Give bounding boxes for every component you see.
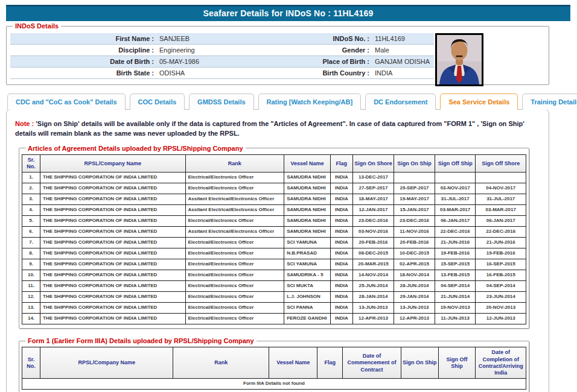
cell: 15-SEP-2015	[435, 259, 476, 270]
cell: 28-JAN-2014	[352, 292, 394, 303]
field-value: 11HL4169	[369, 35, 434, 42]
form1-section: Form 1 (Earlier Form IIIA) Details uploa…	[19, 337, 529, 392]
cell: INDIA	[331, 270, 353, 281]
table-row: 14.THE SHIPPING CORPORATION OF INDIA LIM…	[22, 314, 526, 324]
cell: Electrical/Electronics Officer	[185, 259, 284, 270]
cell: INDIA	[331, 205, 353, 216]
column-header: Vessel Name	[284, 154, 331, 172]
cell: THE SHIPPING CORPORATION OF INDIA LIMITE…	[40, 303, 185, 314]
cell: 13-JUN-2013	[352, 303, 394, 314]
cell: THE SHIPPING CORPORATION OF INDIA LIMITE…	[40, 248, 185, 259]
cell: Electrical/Electronics Officer	[185, 248, 284, 259]
cell: Electrical/Electronics Officer	[185, 303, 284, 314]
cell: THE SHIPPING CORPORATION OF INDIA LIMITE…	[40, 216, 185, 227]
cell: 11-NOV-2016	[394, 227, 435, 238]
cell: THE SHIPPING CORPORATION OF INDIA LIMITE…	[40, 205, 185, 216]
cell: 31-JUL-2017	[476, 194, 526, 205]
table-row: 4.THE SHIPPING CORPORATION OF INDIA LIMI…	[22, 205, 526, 216]
cell: SAMUDRIKA - 5	[284, 270, 331, 281]
cell: THE SHIPPING CORPORATION OF INDIA LIMITE…	[40, 238, 185, 248]
cell: 12-JAN-2017	[352, 205, 394, 216]
column-header: Date of Commencement of Contract	[343, 347, 401, 379]
cell: SAMUDRA NIDHI	[284, 227, 331, 238]
tab-sea-service-details[interactable]: Sea Service Details	[440, 93, 518, 110]
tab-training-details[interactable]: Training Details	[522, 93, 577, 110]
cell: THE SHIPPING CORPORATION OF INDIA LIMITE…	[40, 281, 185, 292]
cell: 19-FEB-2016	[435, 248, 476, 259]
cell: 22-DEC-2016	[476, 227, 526, 238]
cell: 06-JAN-2017	[435, 216, 476, 227]
indos-details-legend: INDoS Details	[13, 22, 61, 30]
cell: 6.	[22, 227, 40, 238]
cell: 04-SEP-2014	[476, 281, 526, 292]
cell: THE SHIPPING CORPORATION OF INDIA LIMITE…	[40, 227, 185, 238]
cell: Electrical/Electronics Officer	[185, 270, 284, 281]
column-header: Sign Off Ship	[438, 347, 476, 379]
tab-dc-endorsement[interactable]: DC Endorsement	[365, 93, 436, 110]
cell: L.J. JOHNSON	[284, 292, 331, 303]
cell: 13-JUN-2013	[394, 303, 435, 314]
table-row: 1.THE SHIPPING CORPORATION OF INDIA LIMI…	[22, 172, 526, 183]
column-header: RPSL/Company Name	[40, 347, 173, 379]
field-value: SANJEEB	[154, 35, 218, 42]
field-value: 05-MAY-1986	[154, 58, 218, 65]
cell: INDIA	[331, 314, 353, 324]
cell: Assitant Electrical/Electronics Officer	[185, 194, 284, 205]
note-label: Note :	[15, 120, 34, 127]
column-header: Flag	[317, 347, 343, 379]
table-row: 2.THE SHIPPING CORPORATION OF INDIA LIMI…	[22, 183, 526, 194]
cell: 04-SEP-2014	[435, 281, 476, 292]
cell: THE SHIPPING CORPORATION OF INDIA LIMITE…	[40, 270, 185, 281]
cell: 11.	[22, 281, 40, 292]
table-row: 13.THE SHIPPING CORPORATION OF INDIA LIM…	[22, 303, 526, 314]
cell: THE SHIPPING CORPORATION OF INDIA LIMITE…	[40, 172, 185, 183]
cell: INDIA	[331, 238, 353, 248]
cell: 08-DEC-2015	[352, 248, 394, 259]
cell	[435, 172, 476, 183]
column-header: Sign Off Shore	[476, 154, 526, 172]
column-header: Rank	[185, 154, 284, 172]
table-row: 8.THE SHIPPING CORPORATION OF INDIA LIMI…	[22, 248, 526, 259]
note-text: Note : 'Sign on Ship' details will be av…	[15, 119, 539, 139]
cell: 3.	[22, 194, 40, 205]
cell: 10.	[22, 270, 40, 281]
cell: 31-JUL-2017	[435, 194, 476, 205]
cell: INDIA	[331, 216, 353, 227]
cell: 02-APR-2015	[394, 259, 435, 270]
cell: INDIA	[331, 303, 353, 314]
cell: 13.	[22, 303, 40, 314]
field-label: INDoS No. :	[218, 35, 369, 42]
tab-gmdss-details[interactable]: GMDSS Details	[189, 93, 253, 110]
field-value: Male	[369, 46, 434, 54]
tab-cdc-and-coc-as-cook-details[interactable]: CDC and "CoC as Cook" Details	[7, 93, 126, 110]
tab-coc-details[interactable]: COC Details	[130, 93, 185, 110]
cell: 20-FEB-2016	[394, 238, 435, 248]
cell: Electrical/Electronics Officer	[185, 292, 284, 303]
cell: INDIA	[331, 183, 353, 194]
seafarer-details-page: Seafarer Details for INDoS No : 11HL4169…	[0, 0, 577, 392]
cell: SCI PANNA	[284, 303, 331, 314]
cell: 28-JUN-2014	[394, 281, 435, 292]
cell: INDIA	[331, 292, 353, 303]
table-row: 7.THE SHIPPING CORPORATION OF INDIA LIMI…	[22, 238, 526, 248]
cell: 29-SEP-2017	[394, 183, 435, 194]
indos-details-body: First Name :SANJEEBINDoS No. :11HL4169Di…	[9, 31, 546, 80]
column-header: Date of Completion of Contract/Arriving …	[476, 347, 526, 379]
column-header: Sr. No.	[22, 154, 40, 172]
articles-of-agreement-table: Sr. No.RPSL/Company NameRankVessel NameF…	[22, 154, 526, 325]
column-header: Flag	[331, 154, 353, 172]
cell: 19-FEB-2016	[476, 248, 526, 259]
field-label: First Name :	[10, 35, 154, 42]
cell: 21-JUN-2016	[435, 238, 476, 248]
cell: 15-JAN-2017	[394, 205, 435, 216]
seafarer-photo	[435, 33, 483, 86]
note-body: 'Sign on Ship' details will be available…	[15, 120, 524, 137]
cell: 03-NOV-2016	[352, 227, 394, 238]
cell: 19-MAY-2017	[394, 194, 435, 205]
cell: 03-NOV-2017	[435, 183, 476, 194]
field-label: Gender :	[218, 46, 369, 54]
cell: THE SHIPPING CORPORATION OF INDIA LIMITE…	[40, 259, 185, 270]
cell: 06-JAN-2017	[476, 216, 526, 227]
cell: 10-DEC-2015	[394, 248, 435, 259]
tab-rating-watch-keeping-ab[interactable]: Rating [Watch Keeping/AB]	[258, 93, 362, 110]
